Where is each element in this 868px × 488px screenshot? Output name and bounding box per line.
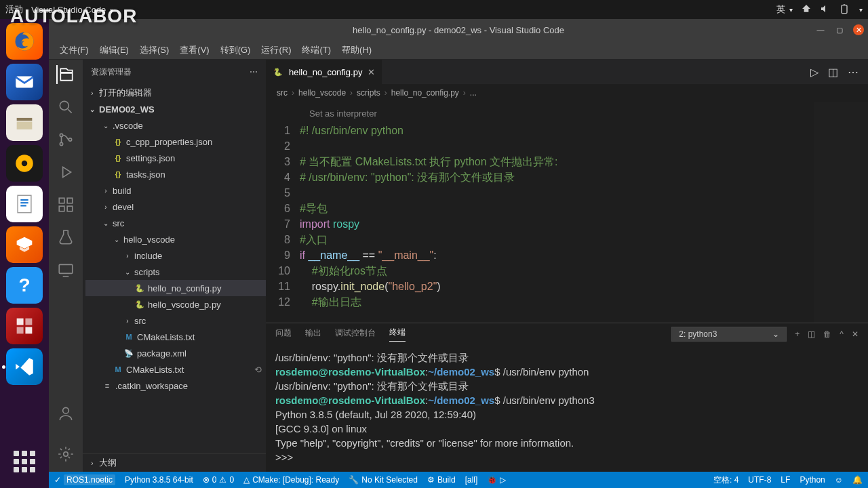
outline-section[interactable]: ›大纲 xyxy=(83,453,266,472)
menu-帮助(H)[interactable]: 帮助(H) xyxy=(338,43,376,58)
status-encoding[interactable]: UTF-8 xyxy=(748,474,771,486)
activity-extensions[interactable] xyxy=(56,195,75,214)
folder-hello-vscode[interactable]: ⌄hello_vscode xyxy=(85,231,266,247)
folder-devel[interactable]: ›devel xyxy=(85,199,266,215)
tab-close-icon[interactable]: ✕ xyxy=(368,67,375,77)
status-bell-icon[interactable]: 🔔 xyxy=(852,474,863,486)
svg-rect-24 xyxy=(59,264,73,273)
launcher-libreoffice-writer[interactable] xyxy=(6,186,43,222)
interpreter-hint[interactable]: Set as interpreter xyxy=(266,106,868,121)
terminal-maximize-icon[interactable]: ^ xyxy=(840,329,844,339)
window-minimize[interactable]: — xyxy=(815,24,826,35)
open-editors-section[interactable]: ›打开的编辑器 xyxy=(83,84,266,102)
status-problems[interactable]: ⊗ 0 ⚠ 0 xyxy=(203,475,234,485)
workspace-section[interactable]: ⌄DEMO02_WS xyxy=(83,102,266,117)
terminal-split-icon[interactable]: ◫ xyxy=(808,329,815,339)
panel-output[interactable]: 输出 xyxy=(305,327,321,342)
terminal-new-icon[interactable]: + xyxy=(795,329,800,339)
panel-problems[interactable]: 问题 xyxy=(275,327,292,342)
activity-settings[interactable] xyxy=(56,445,75,464)
status-eol[interactable]: LF xyxy=(781,474,790,486)
status-language[interactable]: Python xyxy=(800,474,825,486)
activity-account[interactable] xyxy=(56,404,75,423)
status-python[interactable]: Python 3.8.5 64-bit xyxy=(125,475,193,485)
launcher-vscode[interactable] xyxy=(6,348,43,385)
launcher-show-apps[interactable] xyxy=(6,443,43,480)
panel-terminal[interactable]: 终端 xyxy=(389,327,406,342)
status-cmake[interactable]: △ CMake: [Debug]: Ready xyxy=(243,475,339,485)
file-package-xml[interactable]: 📡package.xml xyxy=(85,345,266,361)
status-target[interactable]: [all] xyxy=(465,475,478,485)
menu-查看(V)[interactable]: 查看(V) xyxy=(176,43,213,58)
menu-编辑(E)[interactable]: 编辑(E) xyxy=(96,43,133,58)
tab-hello-no-config[interactable]: 🐍 hello_no_config.py ✕ xyxy=(266,60,382,84)
activity-explorer[interactable] xyxy=(56,65,75,84)
battery-icon[interactable] xyxy=(839,3,850,16)
file-hello-vscode-p[interactable]: 🐍hello_vscode_p.py xyxy=(85,296,266,312)
panel-close-icon[interactable]: ✕ xyxy=(852,329,859,339)
activity-bar xyxy=(49,60,83,472)
file-cmakelists-2[interactable]: MCMakeLists.txt⟲ xyxy=(85,361,266,378)
status-debug-launch[interactable]: 🐞 ▷ xyxy=(487,475,505,485)
vscode-titlebar: hello_no_config.py - demo02_ws - Visual … xyxy=(49,19,868,41)
run-icon[interactable]: ▷ xyxy=(810,66,818,79)
launcher-firefox[interactable] xyxy=(6,23,43,60)
svg-rect-0 xyxy=(842,5,847,13)
activity-debug[interactable] xyxy=(56,163,75,182)
menu-选择(S)[interactable]: 选择(S) xyxy=(136,43,173,58)
file-c-cpp-props[interactable]: {}c_cpp_properties.json xyxy=(85,134,266,150)
activity-remote[interactable] xyxy=(56,260,75,279)
launcher-help[interactable]: ? xyxy=(6,267,43,304)
breadcrumb[interactable]: src›hello_vscode›scripts›hello_no_config… xyxy=(266,84,868,102)
folder-scripts[interactable]: ⌄scripts xyxy=(85,264,266,280)
status-build[interactable]: ⚙ Build xyxy=(427,475,456,485)
launcher-app-red[interactable] xyxy=(6,308,43,344)
svg-rect-11 xyxy=(20,205,26,206)
menu-文件(F)[interactable]: 文件(F) xyxy=(56,43,93,58)
panel-debug-console[interactable]: 调试控制台 xyxy=(335,327,376,342)
folder-include[interactable]: ›include xyxy=(85,247,266,264)
status-ros[interactable]: ROS1.noetic xyxy=(54,474,115,485)
menu-转到(G)[interactable]: 转到(G) xyxy=(216,43,255,58)
status-kit[interactable]: 🔧 No Kit Selected xyxy=(349,475,418,485)
svg-point-26 xyxy=(64,452,68,457)
status-bar: ROS1.noetic Python 3.8.5 64-bit ⊗ 0 ⚠ 0 … xyxy=(49,472,868,488)
folder-src-inner[interactable]: ›src xyxy=(85,312,266,329)
folder-vscode[interactable]: ⌄.vscode xyxy=(85,117,266,134)
editor-more-icon[interactable]: ⋯ xyxy=(848,66,859,79)
activity-scm[interactable] xyxy=(56,130,75,149)
status-feedback-icon[interactable]: ☺ xyxy=(835,474,843,486)
file-hello-no-config[interactable]: 🐍hello_no_config.py xyxy=(85,280,266,296)
code-editor[interactable]: Set as interpreter 1#! /usr/bin/env pyth… xyxy=(266,102,868,323)
launcher-ubuntu-software[interactable] xyxy=(6,226,43,263)
activity-search[interactable] xyxy=(56,98,75,117)
split-editor-icon[interactable]: ◫ xyxy=(828,66,838,79)
file-tasks-json[interactable]: {}tasks.json xyxy=(85,166,266,182)
system-menu-arrow[interactable]: ▾ xyxy=(859,6,863,14)
launcher-thunderbird[interactable] xyxy=(6,64,43,100)
window-maximize[interactable]: ▢ xyxy=(834,24,845,35)
folder-src[interactable]: ⌄src xyxy=(85,215,266,231)
launcher-files[interactable] xyxy=(6,104,43,141)
file-cmakelists-1[interactable]: MCMakeLists.txt xyxy=(85,329,266,345)
menu-运行(R)[interactable]: 运行(R) xyxy=(257,43,295,58)
editor-area: 🐍 hello_no_config.py ✕ ▷ ◫ ⋯ src›hello_v… xyxy=(266,60,868,472)
explorer-sidebar: 资源管理器 ⋯ ›打开的编辑器 ⌄DEMO02_WS ⌄.vscode {}c_… xyxy=(83,60,266,472)
network-icon[interactable] xyxy=(801,3,812,16)
file-catkin-workspace[interactable]: ≡.catkin_workspace xyxy=(85,378,266,394)
status-spaces[interactable]: 空格: 4 xyxy=(713,474,738,486)
terminal[interactable]: /usr/bin/env: "python": 没有那个文件或目录rosdemo… xyxy=(266,345,868,472)
volume-icon[interactable] xyxy=(820,3,831,16)
minimap[interactable] xyxy=(814,102,868,323)
folder-build[interactable]: ›build xyxy=(85,182,266,199)
terminal-selector[interactable]: 2: python3⌄ xyxy=(671,327,787,342)
menu-终端(T)[interactable]: 终端(T) xyxy=(298,43,335,58)
activity-test[interactable] xyxy=(56,228,75,247)
launcher-rhythmbox[interactable] xyxy=(6,145,43,182)
sidebar-more-icon[interactable]: ⋯ xyxy=(250,67,258,77)
terminal-kill-icon[interactable]: 🗑 xyxy=(823,329,831,339)
input-method[interactable]: 英 ▾ xyxy=(776,3,793,16)
file-tree: ⌄.vscode {}c_cpp_properties.json {}setti… xyxy=(83,117,266,394)
window-close[interactable]: ✕ xyxy=(853,24,864,35)
file-settings-json[interactable]: {}settings.json xyxy=(85,150,266,166)
